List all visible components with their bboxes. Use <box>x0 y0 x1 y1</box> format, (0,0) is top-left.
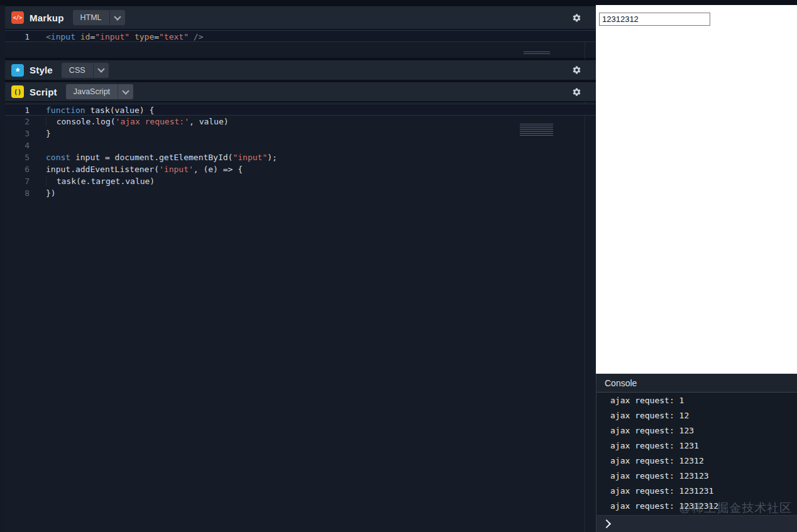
console-log-row: ajax request: 12 <box>596 408 797 423</box>
script-language-value: JavaScript <box>66 84 118 99</box>
code-line[interactable]: 3} <box>5 128 596 139</box>
codepen-editor-page: </> Markup HTML 1<input id="input" type=… <box>0 0 797 532</box>
chevron-down-icon <box>93 63 109 78</box>
style-settings-gear-icon[interactable] <box>571 65 582 76</box>
code-line[interactable]: 4 <box>5 139 596 151</box>
javascript-icon: () <box>11 85 24 98</box>
line-number: 8 <box>5 187 30 199</box>
css-icon: * <box>11 64 24 77</box>
style-panel: * Style CSS <box>5 60 596 80</box>
markup-panel: </> Markup HTML 1<input id="input" type=… <box>5 6 596 58</box>
script-panel: () Script JavaScript 1function task(valu… <box>5 82 596 532</box>
code-line[interactable]: 5const input = document.getElementById("… <box>5 151 596 163</box>
script-settings-gear-icon[interactable] <box>571 86 582 97</box>
style-panel-header: * Style CSS <box>5 60 596 80</box>
script-panel-header: () Script JavaScript <box>5 82 596 102</box>
html-code-editor[interactable]: 1<input id="input" type="text" /> <box>5 30 596 59</box>
markup-language-select[interactable]: HTML <box>73 10 125 25</box>
html-minimap <box>524 52 550 55</box>
line-number: 6 <box>5 163 30 175</box>
script-panel-title: Script <box>30 87 57 97</box>
line-number: 5 <box>5 151 30 163</box>
console-command-input[interactable] <box>596 515 797 532</box>
line-number: 3 <box>5 128 30 139</box>
result-preview-pane <box>596 5 797 374</box>
line-number: 1 <box>5 104 30 116</box>
console-log-row: ajax request: 123123 <box>596 469 797 484</box>
console-pane: Console ajax request: 1ajax request: 12a… <box>596 374 797 532</box>
console-log-row: ajax request: 1 <box>596 393 797 408</box>
script-language-select[interactable]: JavaScript <box>66 84 133 99</box>
left-edge-strip <box>0 5 5 532</box>
console-header[interactable]: Console <box>596 374 797 393</box>
style-panel-title: Style <box>30 65 53 75</box>
style-language-select[interactable]: CSS <box>62 63 109 78</box>
markup-panel-header: </> Markup HTML <box>5 6 596 30</box>
preview-text-input[interactable] <box>599 13 710 26</box>
chevron-right-icon <box>602 519 611 528</box>
code-line[interactable]: 2 console.log('ajax request:', value) <box>5 116 596 128</box>
console-log-row: ajax request: 1231 <box>596 438 797 453</box>
console-log-row: ajax request: 1231231 <box>596 484 797 499</box>
chevron-down-icon <box>118 84 133 99</box>
console-log-row: ajax request: 12312312 <box>596 499 797 514</box>
code-line[interactable]: 7 task(e.target.value) <box>5 175 596 187</box>
code-line[interactable]: 1function task(value) { <box>5 104 596 116</box>
line-number: 2 <box>5 116 30 128</box>
html-icon: </> <box>11 11 24 24</box>
line-number: 4 <box>5 139 30 151</box>
console-log-list: ajax request: 1ajax request: 12ajax requ… <box>596 393 797 514</box>
markup-settings-gear-icon[interactable] <box>571 12 582 23</box>
javascript-code-editor[interactable]: 1function task(value) {2 console.log('aj… <box>5 102 596 532</box>
markup-language-value: HTML <box>73 10 109 25</box>
chevron-down-icon <box>109 10 125 25</box>
code-line[interactable]: 6input.addEventListener('input', (e) => … <box>5 163 596 175</box>
console-log-row: ajax request: 123 <box>596 423 797 438</box>
code-line[interactable]: 1<input id="input" type="text" /> <box>5 30 596 42</box>
code-line[interactable]: 8}) <box>5 187 596 199</box>
console-log-row: ajax request: 12312 <box>596 453 797 469</box>
markup-panel-title: Markup <box>30 13 64 23</box>
line-number: 1 <box>5 31 30 43</box>
line-number: 7 <box>5 175 30 187</box>
style-language-value: CSS <box>62 63 93 78</box>
console-title: Console <box>605 378 637 388</box>
